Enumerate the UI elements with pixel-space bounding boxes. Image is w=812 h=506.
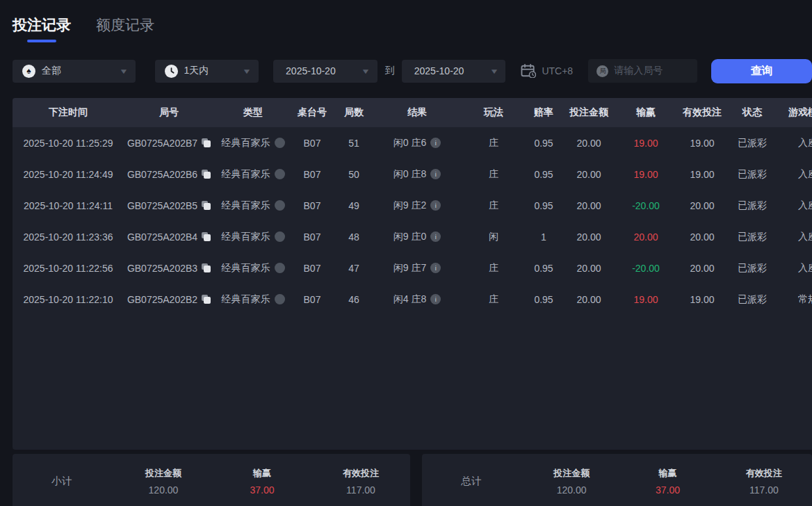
col-header-game-mode: 游戏模式 [773,106,812,119]
cell-bet-time: 2025-10-20 11:22:10 [13,294,124,305]
game-type-select[interactable]: ♠ 全部 ▼ [13,60,136,83]
result-text: 闲9 庄0 [393,231,426,243]
cell-bet-amount: 20.00 [559,200,619,211]
table-row: 2025-10-20 11:22:56 GB0725A202B3 经典百家乐 B… [13,252,812,284]
cell-bet-amount: 20.00 [559,294,619,305]
round-id-text: GB0725A202B4 [127,231,197,243]
table-row: 2025-10-20 11:24:49 GB0725A202B6 经典百家乐 B… [13,158,812,190]
result-text: 闲9 庄7 [393,262,426,275]
cell-odds: 1 [528,231,559,243]
cell-type: 经典百家乐 [214,137,292,149]
info-icon[interactable]: i [430,200,441,211]
info-icon[interactable]: i [430,263,441,273]
date-to-label: 到 [385,65,395,77]
copy-icon[interactable] [202,201,211,210]
cell-result: 闲9 庄7 i [375,262,459,275]
query-button[interactable]: 查询 [711,59,812,83]
cell-win-loss: 20.00 [619,231,673,243]
chevron-down-icon: ▼ [119,67,129,75]
cell-game-mode: 入座 [773,199,812,212]
cell-play: 庄 [459,262,528,275]
date-to-value: 2025-10-20 [414,65,464,76]
cell-bet-amount: 20.00 [559,263,619,274]
copy-icon[interactable] [202,263,211,272]
cell-valid-bet: 19.00 [673,169,731,180]
cell-game-mode: 入座 [773,168,812,181]
cell-table-no: B07 [292,263,332,274]
cell-valid-bet: 20.00 [673,263,731,274]
subtotal-panel: 小计 投注金额 120.00 输赢 37.00 有效投注 117.00 [13,454,410,506]
total-win-loss: 输赢 37.00 [619,467,715,496]
tab-quota-records[interactable]: 额度记录 [96,15,154,35]
clock-icon [165,65,178,78]
round-number-input[interactable]: 局 请输入局号 [588,59,697,83]
cell-table-no: B07 [292,294,332,305]
info-icon[interactable]: i [430,231,441,242]
cell-valid-bet: 20.00 [673,200,731,211]
type-detail-icon [275,294,285,304]
cell-round-no: 47 [332,263,375,274]
cell-round-id: GB0725A202B3 [124,263,214,274]
cell-win-loss: -20.00 [619,263,673,274]
tab-betting-records-label: 投注记录 [13,17,71,33]
copy-icon[interactable] [202,295,211,304]
tab-bar: 投注记录 额度记录 [0,0,812,42]
cell-type: 经典百家乐 [214,293,292,306]
copy-icon[interactable] [202,170,211,179]
cell-result: 闲9 庄2 i [375,199,459,212]
round-id-text: GB0725A202B7 [127,138,197,149]
table-row: 2025-10-20 11:23:36 GB0725A202B4 经典百家乐 B… [13,221,812,252]
date-from-select[interactable]: 2025-10-20 ▼ [273,60,377,83]
info-icon[interactable]: i [430,138,441,148]
col-header-play: 玩法 [459,106,528,119]
col-header-round-id: 局号 [124,106,214,119]
type-text: 经典百家乐 [222,137,270,149]
total-items: 投注金额 120.00 输赢 37.00 有效投注 117.00 [523,467,812,496]
cell-type: 经典百家乐 [214,199,292,212]
total-panel: 总计 投注金额 120.00 输赢 37.00 有效投注 117.00 [422,454,812,506]
total-valid-bet: 有效投注 117.00 [716,467,812,496]
info-icon[interactable]: i [430,169,441,179]
cell-round-id: GB0725A202B5 [124,200,214,211]
round-icon: 局 [596,65,608,77]
table-row: 2025-10-20 11:24:11 GB0725A202B5 经典百家乐 B… [13,190,812,221]
subtotal-items: 投注金额 120.00 输赢 37.00 有效投注 117.00 [114,467,410,496]
cell-result: 闲9 庄0 i [375,231,459,243]
cell-status: 已派彩 [731,293,773,306]
tab-betting-records[interactable]: 投注记录 [13,15,71,42]
col-header-bet-amount: 投注金额 [559,106,619,119]
cell-odds: 0.95 [528,138,559,149]
date-from-value: 2025-10-20 [286,65,336,76]
cell-play: 闲 [459,231,528,243]
cell-round-no: 51 [332,138,375,149]
cell-win-loss: 19.00 [619,138,673,149]
cell-odds: 0.95 [528,263,559,274]
type-detail-icon [275,231,285,242]
subtotal-bet-amount: 投注金额 120.00 [114,467,213,496]
summary-bar: 小计 投注金额 120.00 输赢 37.00 有效投注 117.00 总计 [13,454,812,506]
cell-play: 庄 [459,137,528,149]
copy-icon[interactable] [202,138,211,147]
date-to-select[interactable]: 2025-10-20 ▼ [402,60,506,83]
cell-round-no: 46 [332,294,375,305]
cell-bet-time: 2025-10-20 11:22:56 [13,263,124,274]
cell-round-id: GB0725A202B4 [124,231,214,243]
col-header-bet-time: 下注时间 [13,106,124,119]
timezone-indicator: UTC+8 [521,64,573,78]
cell-game-mode: 入座 [773,137,812,149]
table-row: 2025-10-20 11:22:10 GB0725A202B2 经典百家乐 B… [13,284,812,315]
tab-quota-records-label: 额度记录 [96,17,154,33]
cell-round-no: 49 [332,200,375,211]
cell-bet-time: 2025-10-20 11:25:29 [13,138,124,149]
chevron-down-icon: ▼ [489,67,499,75]
info-icon[interactable]: i [430,294,441,304]
cell-play: 庄 [459,293,528,306]
cell-status: 已派彩 [731,231,773,243]
subtotal-win-loss: 输赢 37.00 [213,467,311,496]
time-range-select[interactable]: 1天内 ▼ [155,60,259,83]
type-detail-icon [275,200,285,211]
active-tab-underline [27,40,56,42]
table-header-row: 下注时间 局号 类型 桌台号 局数 结果 玩法 赔率 投注金额 输赢 有效投注 … [13,98,812,127]
copy-icon[interactable] [202,232,211,241]
cell-odds: 0.95 [528,200,559,211]
